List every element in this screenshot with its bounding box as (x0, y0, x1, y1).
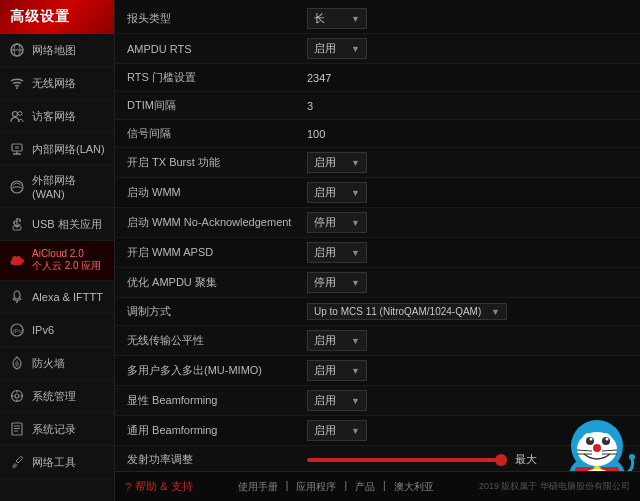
lan-icon (8, 140, 26, 158)
sidebar-label: 系统记录 (32, 422, 76, 437)
sidebar-item-ipv6[interactable]: IPv6 IPv6 (0, 314, 114, 347)
setting-value: 停用 ▼ (307, 272, 628, 293)
sidebar-label: USB 相关应用 (32, 217, 102, 232)
footer-separator: | (286, 480, 289, 494)
svg-point-39 (590, 438, 593, 441)
setting-row-ampdu-rts: AMPDU RTS 启用 ▼ (115, 34, 640, 64)
setting-value: 启用 ▼ (307, 390, 628, 411)
setting-label: 启动 WMM (127, 185, 307, 200)
doraemon-svg (560, 414, 635, 471)
sidebar-label: 内部网络(LAN) (32, 142, 105, 157)
setting-row-wmm-noack: 启动 WMM No-Acknowledgement 停用 ▼ (115, 208, 640, 238)
dropdown-arrow: ▼ (351, 248, 360, 258)
sidebar-title: 高级设置 (0, 0, 114, 34)
aicloud-icon (8, 252, 26, 270)
sidebar-item-network-map[interactable]: 网络地图 (0, 34, 114, 67)
sidebar-item-firewall[interactable]: 防火墙 (0, 347, 114, 380)
setting-value: Up to MCS 11 (NitroQAM/1024-QAM) ▼ (307, 303, 628, 320)
sidebar-item-alexa[interactable]: Alexa & IFTTT (0, 281, 114, 314)
rts-value: 2347 (307, 72, 331, 84)
footer-links: 使用手册 | 应用程序 | 产品 | 澳大利亚 (238, 480, 434, 494)
setting-row-explicit-beam: 显性 Beamforming 启用 ▼ (115, 386, 640, 416)
dtim-value: 3 (307, 100, 313, 112)
svg-point-3 (16, 87, 18, 89)
svg-text:IPv6: IPv6 (13, 328, 24, 334)
setting-row-wmm: 启动 WMM 启用 ▼ (115, 178, 640, 208)
setting-row-modulation: 调制方式 Up to MCS 11 (NitroQAM/1024-QAM) ▼ (115, 298, 640, 326)
setting-label: 无线传输公平性 (127, 333, 307, 348)
dropdown-arrow: ▼ (351, 188, 360, 198)
sidebar-item-tools[interactable]: 网络工具 (0, 446, 114, 479)
setting-value: 100 (307, 128, 628, 140)
svg-point-41 (593, 444, 601, 452)
footer-link-product[interactable]: 产品 (355, 480, 375, 494)
setting-label: 调制方式 (127, 304, 307, 319)
sidebar-item-aicloud[interactable]: AiCloud 2.0个人云 2.0 应用 (0, 241, 114, 281)
sidebar-item-wifi[interactable]: 无线网络 (0, 67, 114, 100)
setting-value: 3 (307, 100, 628, 112)
help-label[interactable]: 帮助 & 支持 (135, 479, 192, 494)
footer-help: ? 帮助 & 支持 (125, 479, 193, 494)
wmm-apsd-select[interactable]: 启用 ▼ (307, 242, 367, 263)
setting-label: 多用户多入多出(MU-MIMO) (127, 363, 307, 378)
doraemon-mascot (560, 414, 635, 471)
sidebar-label: 外部网络(WAN) (32, 173, 106, 200)
wmm-noack-select[interactable]: 停用 ▼ (307, 212, 367, 233)
setting-label: 信号间隔 (127, 126, 307, 141)
sidebar-item-admin[interactable]: 系统管理 (0, 380, 114, 413)
setting-label: 显性 Beamforming (127, 393, 307, 408)
sidebar-item-syslog[interactable]: 系统记录 (0, 413, 114, 446)
wireless-fairness-select[interactable]: 启用 ▼ (307, 330, 367, 351)
setting-label: 启动 WMM No-Acknowledgement (127, 215, 307, 230)
setting-label: 开启 WMM APSD (127, 245, 307, 260)
tx-power-slider-track[interactable] (307, 458, 507, 462)
sidebar-label: 访客网络 (32, 109, 76, 124)
setting-value: 启用 ▼ (307, 330, 628, 351)
tx-power-slider-thumb[interactable] (495, 454, 507, 466)
svg-point-18 (14, 291, 20, 299)
footer-separator: | (344, 480, 347, 494)
setting-row-rts: RTS 门槛设置 2347 (115, 64, 640, 92)
tx-burst-select[interactable]: 启用 ▼ (307, 152, 367, 173)
dropdown-arrow: ▼ (351, 396, 360, 406)
wmm-select[interactable]: 启用 ▼ (307, 182, 367, 203)
setting-label: 发射功率调整 (127, 452, 307, 467)
modulation-select[interactable]: Up to MCS 11 (NitroQAM/1024-QAM) ▼ (307, 303, 507, 320)
footer-link-manual[interactable]: 使用手册 (238, 480, 278, 494)
svg-point-57 (629, 454, 635, 460)
sidebar-item-lan[interactable]: 内部网络(LAN) (0, 133, 114, 166)
tools-icon (8, 453, 26, 471)
dropdown-arrow: ▼ (351, 366, 360, 376)
sidebar-item-guest[interactable]: 访客网络 (0, 100, 114, 133)
setting-label: 优化 AMPDU 聚集 (127, 275, 307, 290)
svg-point-5 (18, 111, 22, 115)
footer-link-region[interactable]: 澳大利亚 (394, 480, 434, 494)
universal-beam-select[interactable]: 启用 ▼ (307, 420, 367, 441)
setting-label: 报头类型 (127, 11, 307, 26)
sidebar-label: 系统管理 (32, 389, 76, 404)
usb-icon (8, 215, 26, 233)
footer-separator: | (383, 480, 386, 494)
explicit-beam-select[interactable]: 启用 ▼ (307, 390, 367, 411)
sidebar-item-usb[interactable]: USB 相关应用 (0, 208, 114, 241)
dropdown-arrow: ▼ (351, 14, 360, 24)
settings-list: 报头类型 长 ▼ AMPDU RTS 启用 ▼ RTS 门槛设置 2347 (115, 0, 640, 471)
sidebar-item-wan[interactable]: 外部网络(WAN) (0, 166, 114, 208)
dropdown-arrow: ▼ (351, 44, 360, 54)
setting-value: 启用 ▼ (307, 182, 628, 203)
header-type-select[interactable]: 长 ▼ (307, 8, 367, 29)
signal-value: 100 (307, 128, 325, 140)
sidebar-label: 无线网络 (32, 76, 76, 91)
footer-link-apps[interactable]: 应用程序 (296, 480, 336, 494)
setting-label: RTS 门槛设置 (127, 70, 307, 85)
dropdown-arrow: ▼ (351, 158, 360, 168)
footer-copyright: 2019 版权属于 华硕电脑股份有限公司 (479, 480, 630, 493)
sidebar-label: 防火墙 (32, 356, 65, 371)
ampdu-agg-select[interactable]: 停用 ▼ (307, 272, 367, 293)
mu-mimo-select[interactable]: 启用 ▼ (307, 360, 367, 381)
setting-row-tx-burst: 开启 TX Burst 功能 启用 ▼ (115, 148, 640, 178)
ampdu-rts-select[interactable]: 启用 ▼ (307, 38, 367, 59)
sidebar-label: AiCloud 2.0个人云 2.0 应用 (32, 248, 101, 273)
setting-value: 启用 ▼ (307, 38, 628, 59)
setting-row-signal: 信号间隔 100 (115, 120, 640, 148)
